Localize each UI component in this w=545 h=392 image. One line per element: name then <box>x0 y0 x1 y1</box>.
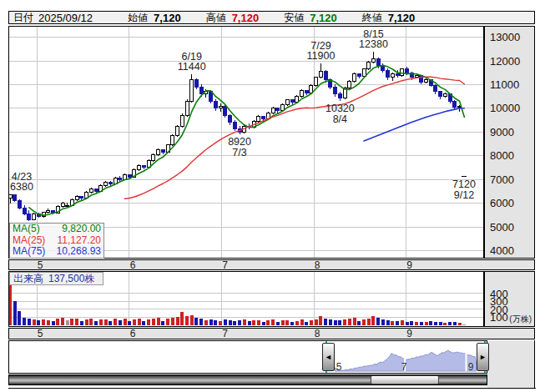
price-tick-label: 6000 <box>490 198 514 209</box>
month-tick-label: 7 <box>222 260 228 270</box>
svg-text:11440: 11440 <box>178 61 206 73</box>
ma25-value: 11,127.20 <box>58 235 102 247</box>
volume-bars <box>9 279 466 325</box>
navigator-month-label: 9 <box>468 361 474 373</box>
scrollbar-thumb[interactable] <box>371 375 439 384</box>
price-tick-label: 11000 <box>490 79 519 90</box>
volume-unit-label: (万株) <box>509 314 532 325</box>
svg-text:10320: 10320 <box>325 103 355 114</box>
horizontal-scrollbar[interactable] <box>8 374 487 385</box>
frame-bottom-border <box>8 388 536 389</box>
ma25-line <box>125 77 465 199</box>
svg-text:8/4: 8/4 <box>333 113 347 125</box>
month-axis-price: 56789 <box>8 259 535 270</box>
month-tick-label: 6 <box>130 329 136 339</box>
month-tick-label: 8 <box>315 260 320 270</box>
ma75-label: MA(75) <box>13 246 45 258</box>
open-value: 7,120 <box>154 12 181 24</box>
date-value: 2025/09/12 <box>38 12 93 24</box>
price-tick-label: 9000 <box>490 127 514 138</box>
open-label: 始値 <box>128 11 148 24</box>
price-tick-label: 8000 <box>490 150 514 161</box>
low-label: 安値 <box>284 11 304 24</box>
price-tick-label: 5000 <box>490 222 514 233</box>
price-tick-label: 10000 <box>490 103 520 113</box>
low-value: 7,120 <box>310 12 337 24</box>
volume-label: 出来高 <box>13 273 43 284</box>
navigator-right-arrow-button[interactable]: ► <box>477 343 489 371</box>
navigator-month-label: 5 <box>336 361 342 373</box>
ohlc-info-bar: 日付 2025/09/12 始値 7,120 高値 7,120 安値 7,120… <box>8 11 535 24</box>
svg-text:9/12: 9/12 <box>454 189 474 201</box>
ma5-value: 9,820.00 <box>62 224 101 235</box>
ma25-label: MA(25) <box>13 235 45 247</box>
volume-tick-label: 100 <box>490 312 508 323</box>
month-tick-label: 9 <box>406 260 412 270</box>
price-tick-label: 7000 <box>490 174 514 185</box>
price-tick-label: 4000 <box>490 245 514 256</box>
navigator-month-label: 7 <box>401 361 407 373</box>
ma75-value: 10,268.93 <box>57 246 101 258</box>
svg-text:7120: 7120 <box>452 178 476 190</box>
price-tick-label: 12000 <box>490 56 520 67</box>
month-tick-label: 9 <box>406 329 412 339</box>
month-tick-label: 5 <box>38 329 43 339</box>
high-label: 高値 <box>206 11 226 24</box>
navigator-left-arrow-button[interactable]: ◄ <box>322 343 335 371</box>
svg-text:8920: 8920 <box>228 136 251 148</box>
price-axis: 1300012000110001000090008000700060005000… <box>484 26 535 259</box>
chart-window: 日付 2025/09/12 始値 7,120 高値 7,120 安値 7,120… <box>0 0 545 392</box>
volume-axis: (万株) 400300200100 <box>484 271 535 327</box>
price-tick-label: 13000 <box>490 32 520 43</box>
close-label: 終値 <box>362 11 382 24</box>
month-tick-label: 8 <box>315 329 320 339</box>
left-arrow-icon: ◄ <box>325 353 332 361</box>
month-tick-label: 6 <box>130 260 136 270</box>
volume-header: 出来高137,500株 <box>9 272 103 285</box>
svg-text:7/3: 7/3 <box>232 147 246 158</box>
svg-text:11900: 11900 <box>307 50 336 62</box>
close-value: 7,120 <box>388 12 416 24</box>
ma75-line <box>364 108 464 141</box>
ma-legend: MA(5) 9,820.00 MA(25) 11,127.20 MA(75) 1… <box>9 223 104 259</box>
svg-text:6380: 6380 <box>10 181 33 193</box>
month-tick-label: 5 <box>38 260 43 270</box>
svg-text:12380: 12380 <box>359 38 388 50</box>
range-navigator[interactable]: ◄ ► 579 <box>8 340 487 374</box>
month-axis-volume: 56789 <box>8 328 535 339</box>
month-tick-label: 7 <box>222 329 228 339</box>
volume-value: 137,500株 <box>48 273 94 284</box>
ma5-label: MA(5) <box>13 224 40 235</box>
navigator-filler <box>487 340 535 388</box>
high-value: 7,120 <box>232 12 260 24</box>
date-label: 日付 <box>13 11 33 24</box>
right-arrow-icon: ► <box>479 353 487 361</box>
